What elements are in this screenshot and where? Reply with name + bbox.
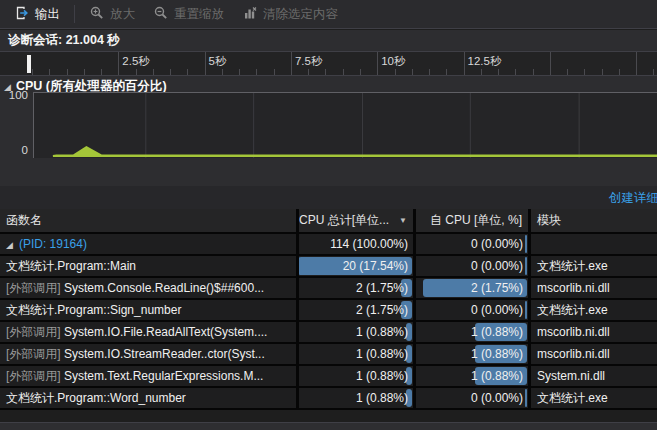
- module-cell[interactable]: 文档统计.exe: [531, 300, 657, 320]
- self-cpu-cell[interactable]: 1 (0.88%): [416, 366, 528, 386]
- module-cell[interactable]: System.ni.dll: [531, 366, 657, 386]
- reset-zoom-button[interactable]: 重置缩放: [145, 2, 232, 27]
- table-body: ◢(PID: 19164)114 (100.00%)0 (0.00%)文档统计.…: [0, 234, 657, 408]
- ruler-minor-tick: [32, 69, 33, 75]
- ruler-major-tick: [464, 52, 465, 75]
- module-cell[interactable]: mscorlib.ni.dll: [531, 322, 657, 342]
- module-cell[interactable]: mscorlib.ni.dll: [531, 344, 657, 364]
- ruler-minor-tick: [360, 69, 361, 75]
- column-header-module[interactable]: 模块: [531, 209, 657, 232]
- function-name-cell[interactable]: [外部调用] System.IO.StreamReader..ctor(Syst…: [0, 344, 296, 364]
- function-name: 文档统计.Program::Word_number: [6, 391, 186, 405]
- cpu-value-text: 1 (0.88%): [471, 325, 523, 339]
- total-cpu-cell[interactable]: 2 (1.75%): [299, 278, 413, 298]
- total-cpu-cell[interactable]: 1 (0.88%): [299, 388, 413, 408]
- ruler-minor-tick: [498, 69, 499, 75]
- ruler-minor-tick: [308, 69, 309, 75]
- ruler-minor-tick: [136, 69, 137, 75]
- clear-selection-button[interactable]: 清除选定内容: [234, 2, 346, 27]
- function-name: 文档统计.Program::Sign_number: [6, 303, 181, 317]
- timeline-caret[interactable]: [27, 55, 31, 73]
- swimlane-area: ◢ CPU (所有处理器的百分比) 100 0: [0, 76, 657, 186]
- column-header-total-cpu[interactable]: CPU 总计[单位... ▼: [299, 209, 413, 232]
- function-name-cell[interactable]: 文档统计.Program::Word_number: [0, 388, 296, 408]
- toolbar: 输出 放大 重置缩放: [0, 0, 657, 29]
- total-cpu-cell[interactable]: 1 (0.88%): [299, 322, 413, 342]
- ruler-tick-label: 7.5秒: [295, 54, 323, 69]
- cpu-usage-chart[interactable]: [33, 92, 657, 158]
- ruler-major-tick: [291, 52, 292, 75]
- ruler-minor-tick: [325, 69, 326, 75]
- ruler-minor-tick: [222, 69, 223, 75]
- function-name-cell[interactable]: [外部调用] System.Console.ReadLine()$##600..…: [0, 278, 296, 298]
- ruler-minor-tick: [67, 69, 68, 75]
- module-cell[interactable]: [531, 234, 657, 254]
- cpu-value-text: 1 (0.88%): [471, 369, 523, 383]
- ruler-minor-tick: [567, 69, 568, 75]
- column-header-self-cpu[interactable]: 自 CPU [单位, %]: [416, 209, 528, 232]
- cpu-heat-bar: [525, 257, 527, 275]
- total-cpu-cell[interactable]: 1 (0.88%): [299, 366, 413, 386]
- horizontal-scrollbar[interactable]: [0, 422, 657, 430]
- cpu-value-text: 2 (1.75%): [471, 281, 523, 295]
- table-row[interactable]: [外部调用] System.IO.StreamReader..ctor(Syst…: [0, 344, 657, 364]
- function-name-cell[interactable]: [外部调用] System.Text.RegularExpressions.M.…: [0, 366, 296, 386]
- ruler-minor-tick: [429, 69, 430, 75]
- table-row[interactable]: 文档统计.Program::Word_number1 (0.88%)0 (0.0…: [0, 388, 657, 408]
- ruler-minor-tick: [170, 69, 171, 75]
- self-cpu-cell[interactable]: 0 (0.00%): [416, 300, 528, 320]
- column-header-self-cpu-label: 自 CPU [单位, %]: [430, 209, 522, 232]
- ruler-major-tick: [205, 52, 206, 75]
- ruler-tick-label: 5秒: [209, 54, 227, 69]
- column-header-function[interactable]: 函数名: [0, 209, 296, 232]
- total-cpu-cell[interactable]: 114 (100.00%): [299, 234, 413, 254]
- session-duration-text: 诊断会话: 21.004 秒: [8, 32, 120, 49]
- cpu-value-text: 114 (100.00%): [330, 237, 408, 251]
- table-empty-area: [0, 413, 657, 422]
- table-row[interactable]: 文档统计.Program::Sign_number2 (1.75%)0 (0.0…: [0, 300, 657, 320]
- ruler-minor-tick: [187, 69, 188, 75]
- self-cpu-cell[interactable]: 0 (0.00%): [416, 256, 528, 276]
- self-cpu-cell[interactable]: 1 (0.88%): [416, 322, 528, 342]
- ruler-tick-label: 2.5秒: [122, 54, 150, 69]
- function-name-cell[interactable]: [外部调用] System.IO.File.ReadAllText(System…: [0, 322, 296, 342]
- cpu-value-text: 1 (0.88%): [471, 347, 523, 361]
- ruler-major-tick: [377, 52, 378, 75]
- function-name: System.Text.RegularExpressions.M...: [64, 369, 263, 383]
- function-name: 文档统计.Program::Main: [6, 259, 136, 273]
- function-name-cell[interactable]: ◢(PID: 19164): [0, 234, 296, 254]
- self-cpu-cell[interactable]: 0 (0.00%): [416, 388, 528, 408]
- module-cell[interactable]: 文档统计.exe: [531, 388, 657, 408]
- module-cell[interactable]: 文档统计.exe: [531, 256, 657, 276]
- ruler-minor-tick: [619, 69, 620, 75]
- table-row[interactable]: ◢(PID: 19164)114 (100.00%)0 (0.00%): [0, 234, 657, 254]
- timeline-ruler[interactable]: 2.5秒5秒7.5秒10秒12.5秒: [0, 51, 657, 76]
- self-cpu-cell[interactable]: 0 (0.00%): [416, 234, 528, 254]
- self-cpu-cell[interactable]: 1 (0.88%): [416, 344, 528, 364]
- self-cpu-cell[interactable]: 2 (1.75%): [416, 278, 528, 298]
- reset-zoom-icon: [153, 5, 169, 24]
- total-cpu-cell[interactable]: 1 (0.88%): [299, 344, 413, 364]
- ruler-major-tick: [118, 52, 119, 75]
- table-row[interactable]: [外部调用] System.Text.RegularExpressions.M.…: [0, 366, 657, 386]
- ruler-minor-tick: [395, 69, 396, 75]
- expand-triangle-icon[interactable]: ◢: [6, 240, 13, 250]
- ruler-minor-tick: [274, 69, 275, 75]
- total-cpu-cell[interactable]: 2 (1.75%): [299, 300, 413, 320]
- create-detailed-report-link[interactable]: 创建详细报告: [609, 190, 657, 207]
- bar-chart-icon: [242, 5, 258, 24]
- table-row[interactable]: 文档统计.Program::Main20 (17.54%)0 (0.00%)文档…: [0, 256, 657, 276]
- total-cpu-cell[interactable]: 20 (17.54%): [299, 256, 413, 276]
- zoom-in-button[interactable]: 放大: [81, 2, 143, 27]
- table-row[interactable]: [外部调用] System.IO.File.ReadAllText(System…: [0, 322, 657, 342]
- cpu-value-text: 1 (0.88%): [356, 347, 408, 361]
- ruler-tick-label: 10秒: [381, 54, 405, 69]
- ruler-minor-tick: [446, 69, 447, 75]
- ruler-minor-tick: [515, 69, 516, 75]
- function-name-cell[interactable]: 文档统计.Program::Main: [0, 256, 296, 276]
- output-button[interactable]: 输出: [6, 2, 68, 27]
- table-row[interactable]: [外部调用] System.Console.ReadLine()$##600..…: [0, 278, 657, 298]
- cpu-usage-series: [34, 93, 657, 158]
- module-cell[interactable]: mscorlib.ni.dll: [531, 278, 657, 298]
- function-name-cell[interactable]: 文档统计.Program::Sign_number: [0, 300, 296, 320]
